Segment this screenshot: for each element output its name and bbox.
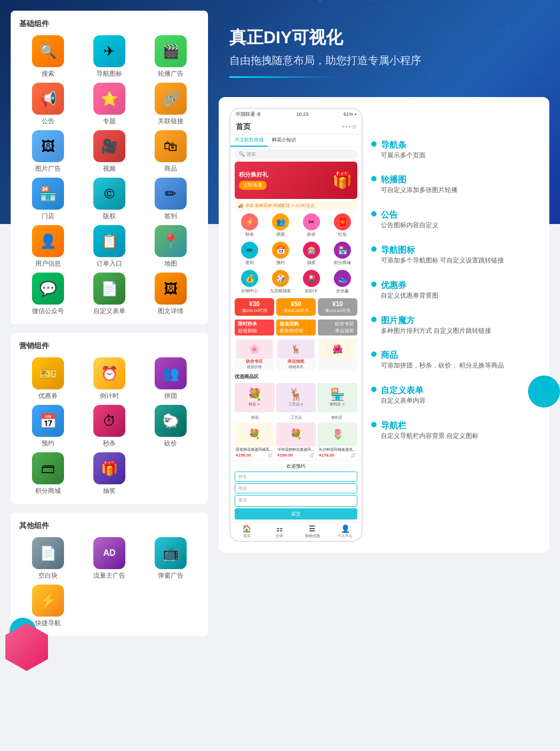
component-nav-icon[interactable]: ✈ 导航图标 xyxy=(81,35,138,78)
phone-icon-stepwin[interactable]: 👟 步步赢 xyxy=(327,270,357,294)
phone-icon-redpack[interactable]: 🧧 红包 xyxy=(327,213,357,237)
phone-nav-bar: 首页 • • • ⊙ xyxy=(230,120,362,134)
phone-coupons: ¥30 满200.00可用 ¥50 满300.00可用 ¥10 满100.00可… xyxy=(230,296,362,318)
magic-item-0[interactable]: 💐 鲜花 ⊙ xyxy=(235,383,275,412)
phone-tab-0[interactable]: 河北航歌商城 xyxy=(230,134,268,147)
flash-item-0[interactable]: 🌸 砍价专区 超低价格 xyxy=(235,338,274,371)
coupon-0-amount: ¥30 xyxy=(237,300,272,308)
magic-label-1: 工艺品 ⊙ xyxy=(289,402,304,407)
phone-icon-appt[interactable]: 📅 预约 xyxy=(266,242,295,266)
component-popup-ad[interactable]: 📺 弹窗广告 xyxy=(142,537,199,580)
form-phone-input[interactable]: 电话 xyxy=(235,483,357,493)
bargain-label: 砍价 xyxy=(164,439,177,448)
form-submit-btn[interactable]: 提交 xyxy=(235,508,357,520)
component-reservation[interactable]: 📅 预约 xyxy=(19,405,76,448)
component-bargain[interactable]: 🐑 砍价 xyxy=(142,405,199,448)
phone-icon-scratch[interactable]: 🎴 刮刮卡 xyxy=(297,270,326,294)
cart-icon-2[interactable]: 🛒 xyxy=(351,453,356,458)
coupon-0[interactable]: ¥30 满200.00可用 xyxy=(235,298,274,316)
component-map[interactable]: 📍 地图 xyxy=(142,225,199,268)
component-store[interactable]: 🏪 门店 xyxy=(19,178,76,221)
coupon-1-amount: ¥50 xyxy=(278,300,314,308)
component-rich-text[interactable]: 🖼 图文详情 xyxy=(142,273,199,316)
checkin-icon-box: ✏ xyxy=(155,178,187,210)
quick-nav-icon-box: ⚡ xyxy=(32,585,64,617)
bottom-nav-promo[interactable]: ☰ 购物优惠 xyxy=(296,524,329,539)
bottom-nav-home[interactable]: 🏠 首页 xyxy=(230,524,263,539)
phone-icon-lottery[interactable]: 🎰 抽奖 xyxy=(297,242,326,266)
magic-sublabels: 鲜花 工艺品 便利店 xyxy=(230,414,362,421)
bottom-nav-profile[interactable]: 👤 个人中心 xyxy=(329,524,362,539)
component-blank[interactable]: 📄 空白块 xyxy=(19,537,76,580)
hero-section: 真正DIY可视化 自由拖拽随意布局，助您打造专属小程序 xyxy=(219,11,549,89)
component-link[interactable]: 🔗 关联链接 xyxy=(142,83,199,126)
component-countdown[interactable]: ⏰ 倒计时 xyxy=(81,357,138,401)
component-user-info[interactable]: 👤 用户信息 xyxy=(19,225,76,268)
flash-price-1: 幸运抽奖 xyxy=(278,358,314,364)
flash-img-1: 🦌 xyxy=(278,340,314,358)
component-image-ad[interactable]: 🖼 图片广告 xyxy=(19,130,76,173)
magic-item-2[interactable]: 🏪 便利店 ⊙ xyxy=(317,383,357,412)
component-points-mall[interactable]: 🗃 积分商城 xyxy=(19,452,76,496)
component-order[interactable]: 📋 订单入口 xyxy=(81,225,138,268)
blank-icon-box: 📄 xyxy=(32,537,64,569)
magic-item-1[interactable]: 🦌 工艺品 ⊙ xyxy=(276,383,316,412)
points-circle: 🏪 xyxy=(334,242,351,259)
product-1[interactable]: 💐 洋和适精鲜花速递同城花店走... ¥199.00 🛒 xyxy=(276,422,316,458)
phone-icon-distribution[interactable]: 💰 分销中心 xyxy=(235,270,265,294)
component-wechat[interactable]: 💬 微信公众号 xyxy=(19,273,76,316)
redpack-circle: 🧧 xyxy=(334,213,351,230)
coupon-2[interactable]: ¥10 满100.00可用 xyxy=(318,298,357,316)
component-flash-sale[interactable]: ⏱ 秒杀 xyxy=(81,405,138,448)
image-ad-label: 图片广告 xyxy=(35,164,61,173)
product-icon-box: 🛍 xyxy=(155,130,187,162)
phone-icon-checkin[interactable]: ✏ 签到 xyxy=(235,242,265,266)
component-traffic-ad[interactable]: AD 流量主广告 xyxy=(81,537,138,580)
component-search[interactable]: 🔍 搜索 xyxy=(19,35,76,78)
product-0[interactable]: 💐 双依鲜花速递同城高端追路精品 ¥158.00 🛒 xyxy=(235,422,274,458)
component-group-buy[interactable]: 👥 拼团 xyxy=(142,357,199,401)
bottom-nav-category[interactable]: ⚏ 分类 xyxy=(263,524,297,539)
flash-item-2[interactable]: 🌺 xyxy=(318,338,357,371)
product-img-0: 💐 xyxy=(235,422,274,446)
component-coupon[interactable]: 🎫 优惠券 xyxy=(19,357,76,401)
form-note-input[interactable]: 备注 xyxy=(235,495,357,507)
phone-icon-flash[interactable]: ⚡ 秒杀 xyxy=(235,213,265,237)
component-product[interactable]: 🛍 商品 xyxy=(142,130,199,173)
product-2[interactable]: 🌷 长沙鲜花同城速递优化花束来送... ¥178.00 🛒 xyxy=(318,422,357,458)
phone-icon-bargain[interactable]: ✂ 砍价 xyxy=(297,213,326,237)
right-panel: 真正DIY可视化 自由拖拽随意布局，助您打造专属小程序 中国联通 令 10:23… xyxy=(219,11,549,636)
flash-label: 秒杀 xyxy=(245,231,254,237)
phone-search-bar[interactable]: 🔍 搜索 xyxy=(235,149,357,159)
component-checkin[interactable]: ✏ 签到 xyxy=(142,178,199,221)
coupon-1[interactable]: ¥50 满300.00可用 xyxy=(276,298,316,316)
annotations-column: 导航条 可展示多个页面 轮播图 可自定义添加多张图片轮播 公告 公告图标内容 xyxy=(371,108,539,456)
phone-icons-row-2: ✏ 签到 📅 预约 🎰 抽奖 🏪 积分商城 xyxy=(230,239,362,268)
flash-item-1[interactable]: 🦌 幸运抽奖 碰碰来奖 xyxy=(276,338,316,371)
component-banner[interactable]: 🎬 轮播广告 xyxy=(142,35,199,78)
phone-icon-grid-lottery[interactable]: 🎲 九宫格抽奖 xyxy=(266,270,295,294)
component-video[interactable]: 🎥 视频 xyxy=(81,130,138,173)
component-topic[interactable]: ⭐ 专题 xyxy=(81,83,138,126)
phone-icons-row-1: ⚡ 秒杀 👥 拼团 ✂ 砍价 🧧 红包 xyxy=(230,211,362,239)
group-buy-label: 拼团 xyxy=(164,392,177,401)
search-placeholder-text: 搜索 xyxy=(246,151,256,157)
phone-banner-btn[interactable]: 立即查看 xyxy=(239,181,267,190)
form-name-input[interactable]: 姓名 xyxy=(235,472,357,482)
cart-icon-0[interactable]: 🛒 xyxy=(268,453,273,458)
cart-icon-1[interactable]: 🛒 xyxy=(309,453,315,458)
popup-ad-label: 弹窗广告 xyxy=(158,571,183,580)
flash-sale-label: 秒杀 xyxy=(103,439,116,448)
component-copyright[interactable]: © 版权 xyxy=(81,178,138,221)
scratch-label: 刮刮卡 xyxy=(305,288,318,294)
phone-icon-group[interactable]: 👥 拼团 xyxy=(266,213,295,237)
component-lottery[interactable]: 🎁 抽奖 xyxy=(81,452,138,496)
phone-tab-1[interactable]: 鲜花小知识 xyxy=(268,134,300,147)
phone-icon-points[interactable]: 🏪 积分商城 xyxy=(327,242,357,266)
component-notice[interactable]: 📢 公告 xyxy=(19,83,76,126)
marketing-section-title: 营销组件 xyxy=(19,341,199,351)
phone-carrier: 中国联通 令 xyxy=(236,111,261,118)
component-library: 基础组件 🔍 搜索 ✈ 导航图标 🎬 轮播广告 📢 公告 xyxy=(11,11,208,636)
component-custom-form[interactable]: 📄 自定义表单 xyxy=(81,273,138,316)
annotation-3: 导航图标 可添加多个导航图标 可自定义设置跳转链接 xyxy=(371,245,539,265)
